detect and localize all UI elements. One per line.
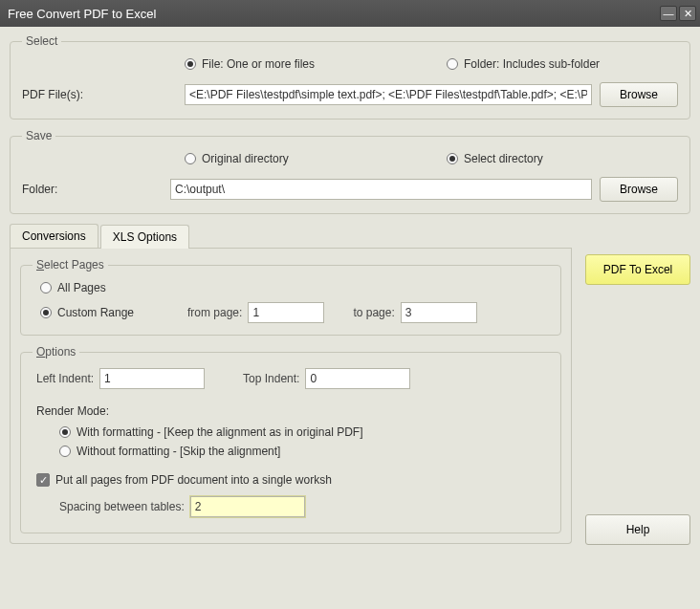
single-worksheet-label: Put all pages from PDF document into a s… <box>55 473 332 487</box>
tab-conversions[interactable]: Conversions <box>10 224 98 248</box>
checkbox-icon <box>36 473 50 487</box>
folder-radio-label: Folder: Includes sub-folder <box>464 57 600 71</box>
save-legend: Save <box>22 129 55 142</box>
select-legend: Select <box>22 34 61 48</box>
select-group: Select File: One or more files Folder: I… <box>10 34 690 120</box>
folder-radio[interactable]: Folder: Includes sub-folder <box>447 57 600 71</box>
single-worksheet-checkbox[interactable]: Put all pages from PDF document into a s… <box>36 473 332 487</box>
radio-icon <box>447 58 458 70</box>
custom-range-label: Custom Range <box>57 306 134 319</box>
radio-icon <box>185 153 196 164</box>
radio-icon <box>59 426 71 438</box>
original-dir-label: Original directory <box>202 152 289 165</box>
folder-input[interactable] <box>170 179 592 200</box>
without-formatting-radio[interactable]: Without formatting - [Skip the alignment… <box>59 445 280 458</box>
minimize-button[interactable]: — <box>660 6 677 21</box>
radio-icon <box>447 153 458 164</box>
spacing-input[interactable] <box>190 496 305 517</box>
all-pages-label: All Pages <box>57 281 106 294</box>
top-indent-label: Top Indent: <box>243 372 299 385</box>
all-pages-radio[interactable]: All Pages <box>40 281 106 294</box>
render-mode-label: Render Mode: <box>36 404 549 418</box>
radio-icon <box>185 58 196 70</box>
radio-icon <box>40 307 52 318</box>
options-legend: Options <box>33 345 79 359</box>
title-bar: Free Convert PDF to Excel — ✕ <box>0 0 700 27</box>
folder-label: Folder: <box>22 183 170 196</box>
top-indent-input[interactable] <box>305 368 410 389</box>
select-pages-group: Select Pages All Pages Custom Range from… <box>20 258 561 336</box>
original-dir-radio[interactable]: Original directory <box>185 152 424 165</box>
tab-bar: Conversions XLS Options <box>10 224 572 249</box>
spacing-label: Spacing between tables: <box>59 500 185 513</box>
pdf-files-input[interactable] <box>185 84 592 105</box>
save-group: Save Original directory Select directory… <box>10 129 690 214</box>
radio-icon <box>40 282 52 294</box>
from-page-label: from page: <box>187 306 242 319</box>
left-indent-label: Left Indent: <box>36 372 94 385</box>
radio-icon <box>59 446 71 457</box>
pdf-files-label: PDF File(s): <box>22 88 185 101</box>
file-radio[interactable]: File: One or more files <box>185 57 424 71</box>
custom-range-radio[interactable]: Custom Range <box>40 306 164 319</box>
with-formatting-label: With formatting - [Keep the alignment as… <box>77 425 362 439</box>
xls-options-panel: Select Pages All Pages Custom Range from… <box>10 249 572 544</box>
close-button[interactable]: ✕ <box>679 6 696 21</box>
file-radio-label: File: One or more files <box>202 57 315 71</box>
without-formatting-label: Without formatting - [Skip the alignment… <box>77 445 280 458</box>
select-browse-button[interactable]: Browse <box>600 82 678 107</box>
to-page-input[interactable] <box>401 302 477 323</box>
with-formatting-radio[interactable]: With formatting - [Keep the alignment as… <box>59 425 362 439</box>
select-dir-radio[interactable]: Select directory <box>447 152 543 165</box>
convert-button[interactable]: PDF To Excel <box>585 254 690 285</box>
select-pages-legend: Select Pages <box>33 258 108 272</box>
from-page-input[interactable] <box>248 302 324 323</box>
to-page-label: to page: <box>353 306 394 319</box>
left-indent-input[interactable] <box>99 368 205 389</box>
help-button[interactable]: Help <box>585 514 690 545</box>
select-dir-label: Select directory <box>464 152 543 165</box>
tab-xls-options[interactable]: XLS Options <box>100 225 189 249</box>
window-title: Free Convert PDF to Excel <box>8 7 658 21</box>
save-browse-button[interactable]: Browse <box>600 177 678 202</box>
options-group: Options Left Indent: Top Indent: Render … <box>20 345 561 533</box>
